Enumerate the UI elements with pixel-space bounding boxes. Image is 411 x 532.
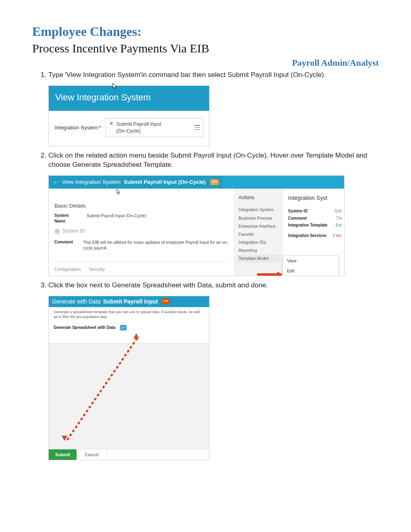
system-id-label: System ID [62,228,85,234]
shot2-header-bold: Submit Payroll Input (On-Cycle) [124,179,206,186]
action-favorite[interactable]: Favorite› [236,230,280,238]
related-actions-button[interactable]: ••• [210,179,219,185]
action-reporting[interactable]: Reporting› [236,246,280,254]
field-label: Integration System* [54,124,101,131]
red-arrow-icon [257,272,283,276]
back-arrow-icon[interactable]: ← [53,178,59,186]
basic-details-heading: Basic Details [54,202,228,210]
action-business-process[interactable]: Business Process› [236,214,280,222]
comment-label: Comment [54,239,76,251]
role-label: Payroll Admin/Analyst [32,58,379,68]
action-integration-system[interactable]: Integration System› [236,206,280,214]
right-panel-title: Integration Syst [288,194,342,202]
chevron-right-icon: › [277,224,278,229]
chevron-right-icon: › [277,216,278,220]
chevron-right-icon: › [277,256,278,261]
screenshot-1: View Integration System Integration Syst… [48,85,210,146]
step-1-text: Type 'View Integration System'in command… [48,71,326,79]
page-title-secondary: Process Incentive Payments Via EIB [32,42,379,55]
step-2-text: Click on the related action menu beside … [48,152,367,168]
svg-marker-1 [277,272,283,276]
r-services-k: Integration Services [288,233,327,239]
r-template-v[interactable]: Ent [336,222,342,228]
token-text: Submit Payroll Input (On-Cycle) [116,121,172,135]
shot3-description: Generate a spreadsheet template that you… [54,310,204,319]
system-name-label: System Name [54,213,79,224]
r-system-id-k: System ID [288,208,307,214]
generate-with-data-label: Generate Spreadsheet with Data [54,325,115,330]
r-services-v: 3 iter [333,233,342,239]
shot3-header-pre: Generate with Data [52,298,101,305]
svg-rect-0 [257,273,277,276]
page-title-primary: Employee Changes: [32,24,379,39]
screenshot-2: ← View Integration System Submit Payroll… [48,175,345,276]
r-system-id-v: Sub [334,208,342,214]
generate-with-data-checkbox[interactable]: ✓ [120,325,127,330]
cursor-icon [112,83,118,90]
tab-configuration[interactable]: Configuration [54,266,81,272]
action-template-model[interactable]: Template Model› [236,254,280,262]
tab-security[interactable]: Security [89,266,105,272]
shot2-header-pre: View Integration System [62,179,120,186]
actions-heading: Actions [239,194,278,201]
system-name-value: Submit Payroll Input (On-Cycle) [87,213,146,224]
prompt-list-icon[interactable] [193,125,200,131]
chevron-right-icon: › [277,248,278,253]
annotation-arrowhead-up [133,333,139,339]
shot3-header-bold: Submit Payroll Input [103,298,158,305]
action-enterprise-interface[interactable]: Enterprise Interface› [236,222,280,230]
clear-token-icon[interactable]: ✕ [109,121,114,126]
r-template-k: Integration Template [288,222,328,228]
r-comment-k: Comment [288,216,307,221]
chevron-right-icon: › [277,240,278,245]
comment-value: This EIB will be utilized for mass updat… [83,239,228,251]
expand-icon[interactable]: › [54,229,60,234]
cancel-button[interactable]: Cancel [77,449,107,460]
submenu-view[interactable]: View [283,256,338,266]
submenu-edit[interactable]: Edit [283,266,338,276]
template-model-submenu: View Edit Generate Spreadsheet Template [282,256,339,276]
chevron-right-icon: › [277,207,278,212]
related-actions-button[interactable]: ••• [162,299,170,304]
action-integration-ids[interactable]: Integration IDs› [236,238,280,246]
step-3-text: Click the box next to Generate Spreadshe… [48,281,268,289]
integration-system-field[interactable]: ✕ Submit Payroll Input (On-Cycle) [106,118,203,137]
screenshot-3: Generate with Data Submit Payroll Input … [48,296,210,460]
shot1-header: View Integration System [49,86,209,111]
shot1-title: View Integration System [55,92,151,102]
annotation-arrowhead-down [62,436,67,441]
r-comment-v: Thi [336,216,342,221]
chevron-right-icon: › [277,232,278,237]
submit-button[interactable]: Submit [49,449,77,460]
